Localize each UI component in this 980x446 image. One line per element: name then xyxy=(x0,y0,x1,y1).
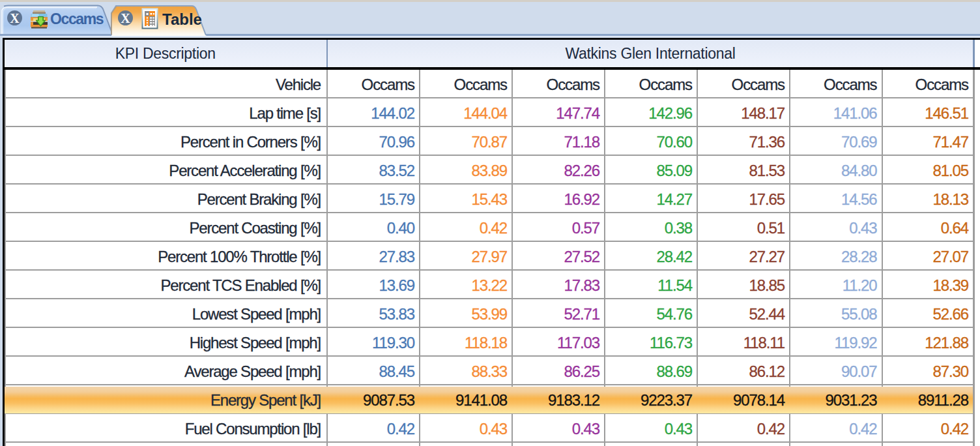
svg-text:X: X xyxy=(10,11,20,25)
svg-text:X: X xyxy=(121,11,130,25)
